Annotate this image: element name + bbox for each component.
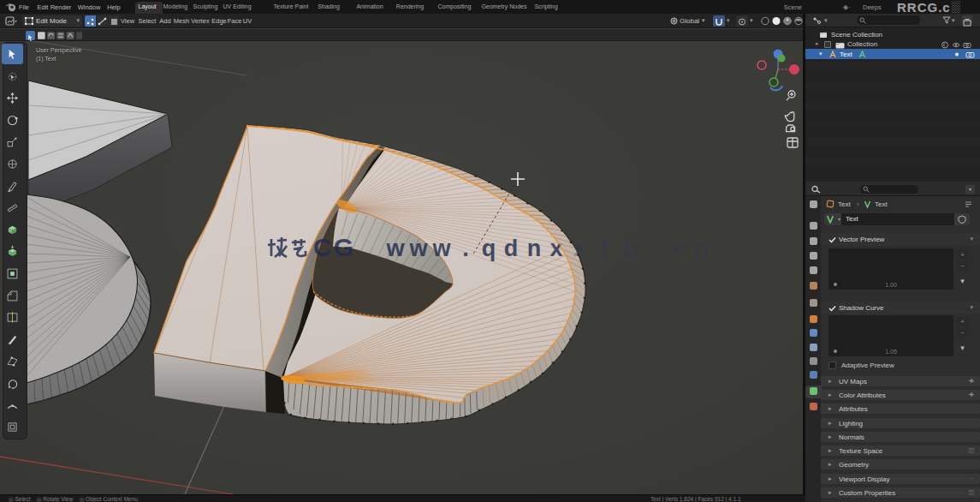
svg-text:CG: CG xyxy=(313,233,355,261)
svg-text:.: . xyxy=(652,236,659,261)
svg-text:c: c xyxy=(672,236,685,261)
svg-text:w: w xyxy=(431,236,451,261)
svg-text:n: n xyxy=(694,236,709,261)
svg-text:q: q xyxy=(482,236,496,261)
svg-text:.: . xyxy=(462,236,469,261)
svg-text:b: b xyxy=(623,236,638,261)
svg-text:w: w xyxy=(385,236,405,261)
svg-text:d: d xyxy=(504,236,519,261)
svg-text:f: f xyxy=(601,236,609,261)
svg-text:n: n xyxy=(527,236,542,261)
svg-text:w: w xyxy=(408,236,428,261)
svg-text:x: x xyxy=(573,236,585,261)
